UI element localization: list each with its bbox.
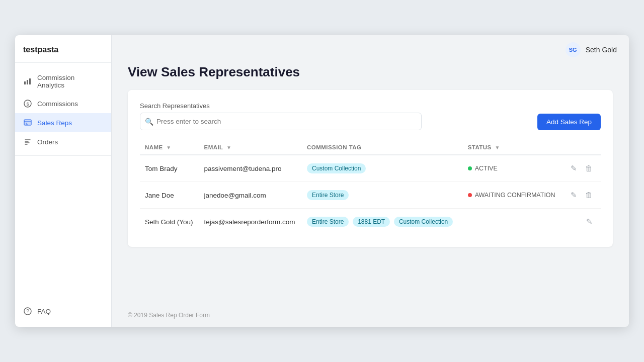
col-status: STATUS ▼ xyxy=(463,140,562,155)
sidebar-item-label: Commissions xyxy=(37,100,78,108)
col-commission-tag: COMMISSION TAG xyxy=(302,140,463,155)
search-container: Search Representatives 🔍 xyxy=(140,102,422,130)
cell-tags: Entire Store xyxy=(302,182,463,209)
col-name: NAME ▼ xyxy=(140,140,199,155)
sidebar-item-sales-reps[interactable]: Sales Reps xyxy=(15,113,111,132)
cell-actions: ✎ xyxy=(562,209,601,235)
bar-chart-icon xyxy=(23,77,32,86)
cell-tags: Custom Collection xyxy=(302,155,463,182)
search-label: Search Representatives xyxy=(140,102,422,110)
cell-email: passivement@tudena.pro xyxy=(199,155,302,182)
sidebar-item-label: Commission Analytics xyxy=(37,74,103,89)
sort-email-icon[interactable]: ▼ xyxy=(226,145,231,150)
tag-edt: 1881 EDT xyxy=(353,217,390,227)
sidebar-item-label: FAQ xyxy=(37,308,51,315)
status-text: ACTIVE xyxy=(475,165,498,172)
col-email: EMAIL ▼ xyxy=(199,140,302,155)
cell-status: ACTIVE xyxy=(463,155,562,182)
edit-button[interactable]: ✎ xyxy=(568,189,580,202)
sidebar-bottom: ? FAQ xyxy=(15,296,111,327)
table-header: NAME ▼ EMAIL ▼ COMMISSION TAG STATUS ▼ xyxy=(140,140,601,155)
search-input[interactable] xyxy=(140,113,422,130)
list-icon xyxy=(23,137,32,146)
cell-name: Jane Doe xyxy=(140,182,199,209)
sidebar-item-label: Orders xyxy=(37,138,58,146)
sidebar-logo: testpasta xyxy=(15,35,111,63)
sidebar: testpasta Commission Analytics xyxy=(15,35,112,327)
avatar: SG xyxy=(566,42,581,57)
dollar-icon: $ xyxy=(23,99,32,108)
cell-email: tejas@salesreporderform.com xyxy=(199,209,302,235)
svg-rect-0 xyxy=(24,81,26,84)
sidebar-item-faq[interactable]: ? FAQ xyxy=(15,302,111,321)
cell-name: Tom Brady xyxy=(140,155,199,182)
cell-email: janedoe@gmail.com xyxy=(199,182,302,209)
table-body: Tom Brady passivement@tudena.pro Custom … xyxy=(140,155,601,235)
search-icon: 🔍 xyxy=(145,118,153,126)
cell-tags: Entire Store 1881 EDT Custom Collection xyxy=(302,209,463,235)
edit-button[interactable]: ✎ xyxy=(583,215,596,228)
edit-button[interactable]: ✎ xyxy=(568,162,580,175)
sidebar-item-commissions[interactable]: $ Commissions xyxy=(15,94,111,113)
footer-text: © 2019 Sales Rep Order Form xyxy=(128,312,210,319)
table-row: Seth Gold (You) tejas@salesreporderform.… xyxy=(140,209,601,235)
status-dot-awaiting xyxy=(468,193,472,197)
cell-actions: ✎ 🗑 xyxy=(562,182,601,209)
cell-status: AWAITING CONFIRMATION xyxy=(463,182,562,209)
delete-button[interactable]: 🗑 xyxy=(582,162,596,174)
tag-custom-collection: Custom Collection xyxy=(394,217,453,227)
page-title: View Sales Representatives xyxy=(128,64,613,80)
search-section: Search Representatives 🔍 Add Sales Rep xyxy=(140,102,601,130)
svg-rect-2 xyxy=(29,78,31,84)
sidebar-item-commission-analytics[interactable]: Commission Analytics xyxy=(15,69,111,94)
cell-name: Seth Gold (You) xyxy=(140,209,199,235)
sales-reps-table: NAME ▼ EMAIL ▼ COMMISSION TAG STATUS ▼ xyxy=(140,140,601,235)
tag-entire-store: Entire Store xyxy=(307,217,349,227)
sidebar-item-label: Sales Reps xyxy=(37,119,72,127)
delete-button[interactable]: 🗑 xyxy=(582,189,596,201)
tag-entire-store: Entire Store xyxy=(307,190,349,200)
tag-custom-collection: Custom Collection xyxy=(307,163,366,173)
sidebar-nav: Commission Analytics $ Commissions xyxy=(15,63,111,296)
svg-rect-1 xyxy=(27,80,28,84)
sidebar-item-orders[interactable]: Orders xyxy=(15,132,111,151)
add-sales-rep-button[interactable]: Add Sales Rep xyxy=(537,114,601,130)
content: View Sales Representatives Search Repres… xyxy=(112,64,629,304)
topbar: SG Seth Gold xyxy=(112,35,629,64)
table-row: Jane Doe janedoe@gmail.com Entire Store … xyxy=(140,182,601,209)
svg-text:?: ? xyxy=(26,309,29,314)
status-text: AWAITING CONFIRMATION xyxy=(475,192,555,199)
cell-actions: ✎ 🗑 xyxy=(562,155,601,182)
person-icon xyxy=(23,118,32,127)
table-row: Tom Brady passivement@tudena.pro Custom … xyxy=(140,155,601,182)
sort-status-icon[interactable]: ▼ xyxy=(495,145,500,150)
status-dot-active xyxy=(468,166,472,170)
col-actions xyxy=(562,140,601,155)
svg-text:$: $ xyxy=(26,102,29,107)
user-name: Seth Gold xyxy=(586,46,617,54)
footer: © 2019 Sales Rep Order Form xyxy=(112,304,629,327)
main-area: SG Seth Gold View Sales Representatives … xyxy=(112,35,629,327)
help-icon: ? xyxy=(23,307,32,316)
search-input-wrap: 🔍 xyxy=(140,113,422,130)
cell-status xyxy=(463,209,562,235)
main-card: Search Representatives 🔍 Add Sales Rep N xyxy=(128,90,613,247)
sort-name-icon[interactable]: ▼ xyxy=(166,145,171,150)
